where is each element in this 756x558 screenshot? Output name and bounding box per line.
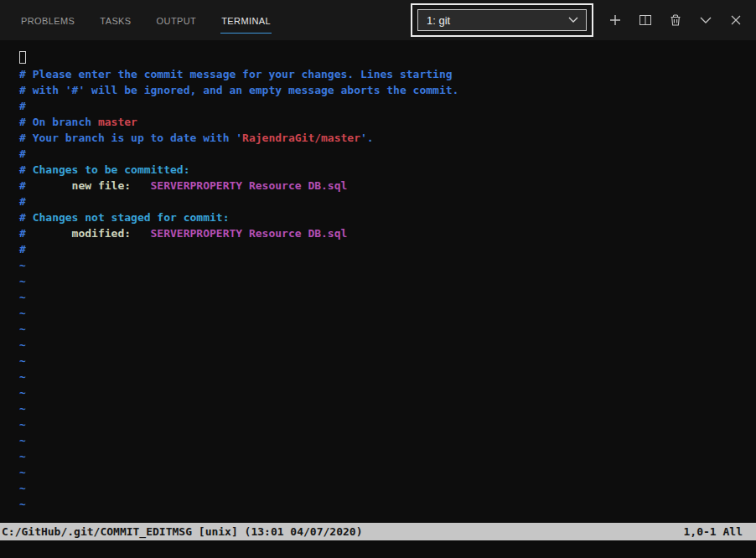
terminal-panel: PROBLEMS TASKS OUTPUT TERMINAL 1: git — [0, 0, 756, 558]
kill-terminal-button[interactable] — [664, 8, 687, 32]
terminal-line: ~ — [19, 385, 756, 400]
terminal-picker-focus-ring: 1: git — [411, 3, 593, 37]
tab-problems[interactable]: PROBLEMS — [20, 8, 75, 34]
terminal-line: ~ — [19, 496, 756, 512]
terminal-line: ~ — [19, 289, 756, 305]
terminal-actions — [603, 8, 748, 32]
terminal-line: ~ — [19, 305, 756, 321]
tab-output[interactable]: OUTPUT — [156, 8, 198, 34]
terminal-line: ~ — [19, 416, 756, 432]
terminal-line: ~ — [19, 448, 756, 464]
vim-block-cursor — [19, 51, 26, 64]
terminal-line: ~ — [19, 257, 756, 273]
terminal-line: # Changes not staged for commit: — [19, 209, 756, 225]
panel-header-right: 1: git — [411, 3, 748, 37]
panel-maximize-button[interactable] — [694, 8, 717, 32]
tab-tasks[interactable]: TASKS — [99, 8, 132, 34]
trash-icon — [669, 13, 682, 27]
vim-statusline-position: 1,0-1 All — [684, 525, 743, 538]
vim-commandline — [0, 540, 756, 558]
terminal-line: # — [19, 241, 756, 257]
terminal-line: ~ — [19, 400, 756, 416]
terminal-picker-dropdown[interactable]: 1: git — [417, 9, 587, 31]
terminal-line: ~ — [19, 337, 756, 353]
terminal-line: ~ — [19, 369, 756, 385]
terminal-line: # — [19, 98, 756, 114]
terminal-line: ~ — [19, 353, 756, 369]
terminal-line: ~ — [19, 432, 756, 448]
plus-icon — [608, 13, 622, 27]
terminal-line: # Your branch is up to date with 'Rajend… — [19, 130, 756, 146]
terminal-line: # new file: SERVERPROPERTY Resource DB.s… — [19, 178, 756, 194]
tab-terminal[interactable]: TERMINAL — [220, 8, 272, 34]
chevron-down-icon — [568, 17, 578, 23]
chevron-down-icon — [700, 17, 712, 24]
terminal-line: ~ — [19, 480, 756, 496]
vim-statusline: C:/GitHub/.git/COMMIT_EDITMSG [unix] (13… — [0, 523, 756, 540]
terminal-line: # — [19, 146, 756, 162]
terminal-line: ~ — [19, 464, 756, 480]
vim-statusline-file: C:/GitHub/.git/COMMIT_EDITMSG [unix] (13… — [2, 525, 362, 538]
terminal-line: ~ — [19, 273, 756, 289]
terminal-line: # Changes to be committed: — [19, 162, 756, 178]
terminal-line: # On branch master — [19, 114, 756, 130]
terminal-view[interactable]: # Please enter the commit message for yo… — [0, 40, 756, 558]
terminal-line: # with '#' will be ignored, and an empty… — [19, 82, 756, 98]
split-terminal-button[interactable] — [634, 8, 657, 32]
close-panel-button[interactable] — [724, 8, 748, 32]
terminal-line: # Please enter the commit message for yo… — [19, 66, 756, 82]
close-icon — [730, 14, 742, 26]
terminal-line: # — [19, 194, 756, 209]
terminal-buffer: # Please enter the commit message for yo… — [0, 40, 756, 523]
terminal-picker-value: 1: git — [427, 14, 450, 27]
panel-header: PROBLEMS TASKS OUTPUT TERMINAL 1: git — [0, 0, 756, 40]
split-icon — [639, 13, 652, 27]
terminal-line — [19, 50, 756, 66]
new-terminal-button[interactable] — [603, 8, 627, 32]
terminal-line: # modified: SERVERPROPERTY Resource DB.s… — [19, 225, 756, 241]
panel-tabs: PROBLEMS TASKS OUTPUT TERMINAL — [20, 0, 272, 40]
terminal-line: ~ — [19, 321, 756, 337]
